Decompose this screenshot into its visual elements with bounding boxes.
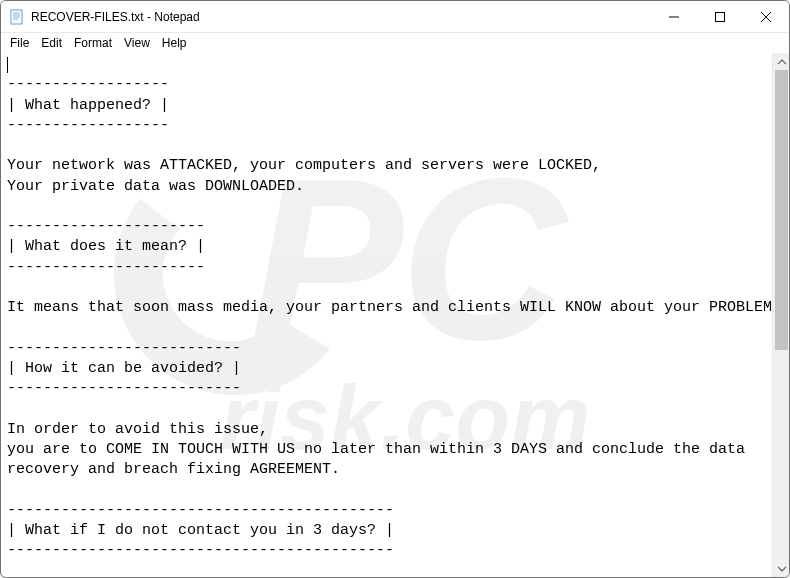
document-body: ------------------ | What happened? | --…: [7, 76, 772, 577]
menu-bar: File Edit Format View Help: [1, 33, 789, 53]
scroll-thumb[interactable]: [775, 70, 788, 350]
menu-help[interactable]: Help: [157, 35, 192, 51]
title-bar[interactable]: RECOVER-FILES.txt - Notepad: [1, 1, 789, 33]
close-button[interactable]: [743, 1, 789, 32]
notepad-icon: [9, 9, 25, 25]
window-title: RECOVER-FILES.txt - Notepad: [31, 10, 200, 24]
scroll-up-arrow-icon[interactable]: [773, 53, 789, 70]
window-controls: [651, 1, 789, 32]
minimize-button[interactable]: [651, 1, 697, 32]
menu-edit[interactable]: Edit: [36, 35, 67, 51]
menu-format[interactable]: Format: [69, 35, 117, 51]
notepad-window: RECOVER-FILES.txt - Notepad File Edit Fo…: [0, 0, 790, 578]
svg-rect-6: [716, 12, 725, 21]
text-caret: [7, 57, 8, 73]
maximize-button[interactable]: [697, 1, 743, 32]
scroll-down-arrow-icon[interactable]: [773, 560, 789, 577]
scroll-track[interactable]: [773, 70, 789, 560]
vertical-scrollbar[interactable]: [772, 53, 789, 577]
menu-view[interactable]: View: [119, 35, 155, 51]
text-editor[interactable]: ------------------ | What happened? | --…: [1, 53, 772, 577]
content-wrap: ------------------ | What happened? | --…: [1, 53, 789, 577]
menu-file[interactable]: File: [5, 35, 34, 51]
